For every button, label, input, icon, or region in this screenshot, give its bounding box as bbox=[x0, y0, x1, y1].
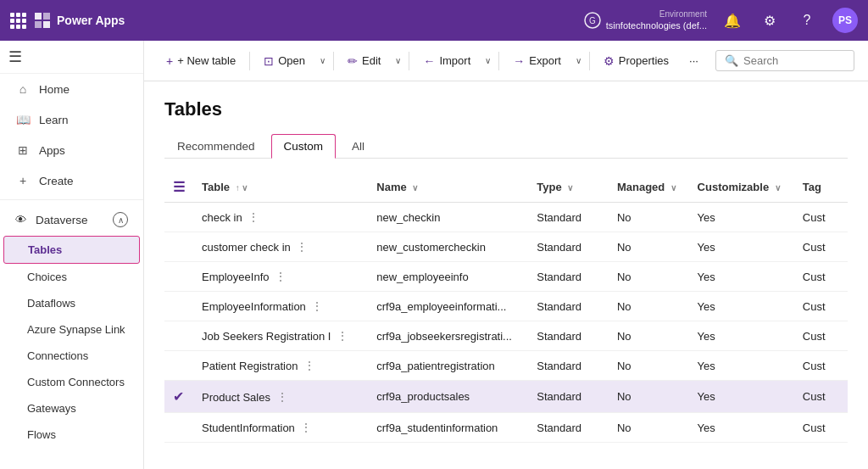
row-table-name[interactable]: Product Sales ⋮ bbox=[193, 381, 368, 413]
row-check-cell bbox=[164, 232, 193, 262]
edit-chevron-icon[interactable]: ∨ bbox=[392, 52, 403, 70]
col-header-tag[interactable]: Tag bbox=[794, 172, 848, 203]
row-customizable: Yes bbox=[689, 262, 794, 292]
row-table-name[interactable]: Job Seekers Registration I ⋮ bbox=[193, 321, 368, 351]
row-internal-name: new_employeeinfo bbox=[368, 262, 528, 292]
col-header-customizable[interactable]: Customizable ∨ bbox=[689, 172, 794, 203]
sidebar-item-tables[interactable]: Tables bbox=[3, 236, 140, 264]
table-row[interactable]: StudentInformation ⋮ crf9a_studentinform… bbox=[164, 413, 848, 443]
table-row[interactable]: Patient Registration ⋮ crf9a_patientregi… bbox=[164, 351, 848, 381]
customizable-sort-icon: ∨ bbox=[775, 183, 781, 193]
edit-icon: ✏ bbox=[348, 54, 358, 68]
sidebar-item-dataflows[interactable]: Dataflows bbox=[3, 290, 140, 316]
col-header-table[interactable]: Table ↑ ∨ bbox=[193, 172, 368, 203]
import-chevron-icon[interactable]: ∨ bbox=[482, 52, 493, 70]
row-menu-icon[interactable]: ⋮ bbox=[274, 390, 291, 404]
open-button[interactable]: ⊡ Open bbox=[255, 50, 314, 72]
row-table-name[interactable]: StudentInformation ⋮ bbox=[193, 413, 368, 443]
row-tag: Cust bbox=[794, 262, 848, 292]
sidebar-item-learn[interactable]: 📖 Learn bbox=[3, 105, 140, 134]
sidebar-item-apps[interactable]: ⊞ Apps bbox=[3, 136, 140, 165]
row-internal-name: new_checkin bbox=[368, 203, 528, 232]
row-type: Standard bbox=[528, 262, 609, 292]
row-table-name[interactable]: customer check in ⋮ bbox=[193, 232, 368, 262]
row-tag: Cust bbox=[794, 292, 848, 321]
table-select-icon[interactable]: ☰ bbox=[173, 180, 185, 194]
svg-rect-0 bbox=[35, 13, 42, 20]
sidebar-item-custom-connectors[interactable]: Custom Connectors bbox=[3, 369, 140, 395]
row-check-cell bbox=[164, 292, 193, 321]
user-avatar[interactable]: PS bbox=[832, 8, 858, 33]
edit-button[interactable]: ✏ Edit bbox=[339, 50, 389, 72]
sidebar-divider bbox=[0, 199, 143, 200]
sidebar-item-dataverse[interactable]: 👁 Dataverse ∧ bbox=[3, 204, 140, 235]
table-row[interactable]: EmployeeInformation ⋮ crf9a_employeeinfo… bbox=[164, 292, 848, 321]
sidebar-item-azure-synapse[interactable]: Azure Synapse Link bbox=[3, 316, 140, 343]
settings-icon[interactable]: ⚙ bbox=[758, 8, 782, 32]
row-table-name[interactable]: EmployeeInfo ⋮ bbox=[193, 262, 368, 292]
row-type: Standard bbox=[528, 351, 609, 381]
sidebar-item-choices[interactable]: Choices bbox=[3, 264, 140, 290]
page-title: Tables bbox=[164, 98, 848, 120]
tab-custom[interactable]: Custom bbox=[271, 134, 337, 159]
row-table-name[interactable]: EmployeeInformation ⋮ bbox=[193, 292, 368, 321]
search-box[interactable]: 🔍 bbox=[715, 50, 854, 71]
export-chevron-icon[interactable]: ∨ bbox=[573, 52, 584, 70]
row-managed: No bbox=[609, 203, 689, 232]
row-menu-icon[interactable]: ⋮ bbox=[298, 421, 314, 434]
row-menu-icon[interactable]: ⋮ bbox=[309, 299, 326, 313]
sidebar-item-gateways[interactable]: Gateways bbox=[3, 395, 140, 422]
row-tag: Cust bbox=[794, 321, 848, 351]
table-row[interactable]: Job Seekers Registration I ⋮ crf9a_jobse… bbox=[164, 321, 848, 351]
table-row[interactable]: EmployeeInfo ⋮ new_employeeinfo Standard… bbox=[164, 262, 848, 292]
search-icon: 🔍 bbox=[725, 54, 738, 67]
row-menu-icon[interactable]: ⋮ bbox=[272, 270, 289, 283]
help-icon[interactable]: ? bbox=[795, 8, 819, 32]
row-customizable: Yes bbox=[689, 413, 794, 443]
export-button[interactable]: → Export bbox=[504, 50, 570, 72]
toolbar-separator-4 bbox=[498, 52, 499, 70]
row-internal-name: new_customercheckin bbox=[368, 232, 528, 262]
col-header-check: ☰ bbox=[164, 172, 193, 203]
table-row[interactable]: ✔ Product Sales ⋮ crf9a_productsales Sta… bbox=[164, 381, 848, 413]
row-managed: No bbox=[609, 413, 689, 443]
search-input[interactable] bbox=[743, 54, 845, 67]
row-table-name[interactable]: check in ⋮ bbox=[193, 203, 368, 232]
sidebar-item-home[interactable]: ⌂ Home bbox=[3, 75, 140, 103]
col-header-type[interactable]: Type ∨ bbox=[528, 172, 609, 203]
apps-icon: ⊞ bbox=[15, 143, 31, 157]
tab-recommended[interactable]: Recommended bbox=[164, 134, 268, 159]
svg-rect-1 bbox=[43, 13, 50, 20]
app-logo: Power Apps bbox=[35, 13, 125, 28]
row-menu-icon[interactable]: ⋮ bbox=[334, 329, 351, 343]
sidebar-item-connections[interactable]: Connections bbox=[3, 343, 140, 369]
open-icon: ⊡ bbox=[264, 54, 274, 68]
import-button[interactable]: ← Import bbox=[415, 50, 479, 72]
dataverse-icon: 👁 bbox=[15, 214, 27, 226]
col-header-name[interactable]: Name ∨ bbox=[368, 172, 528, 203]
row-internal-name: crf9a_patientregistration bbox=[368, 351, 528, 381]
new-table-button[interactable]: + + New table bbox=[158, 50, 244, 72]
row-check-cell bbox=[164, 203, 193, 232]
tab-all[interactable]: All bbox=[339, 134, 377, 159]
properties-button[interactable]: ⚙ Properties bbox=[595, 50, 677, 72]
waffle-menu[interactable] bbox=[10, 13, 26, 29]
sidebar-item-create[interactable]: + Create bbox=[3, 166, 140, 195]
content-area: + + New table ⊡ Open ∨ ✏ Edit ∨ ← Import… bbox=[144, 41, 868, 469]
row-managed: No bbox=[609, 262, 689, 292]
row-customizable: Yes bbox=[689, 232, 794, 262]
sidebar-item-flows[interactable]: Flows bbox=[3, 422, 140, 448]
table-row[interactable]: customer check in ⋮ new_customercheckin … bbox=[164, 232, 848, 262]
row-menu-icon[interactable]: ⋮ bbox=[293, 240, 310, 254]
row-table-name[interactable]: Patient Registration ⋮ bbox=[193, 351, 368, 381]
row-menu-icon[interactable]: ⋮ bbox=[245, 210, 262, 224]
row-tag: Cust bbox=[794, 381, 848, 413]
row-menu-icon[interactable]: ⋮ bbox=[301, 359, 318, 372]
table-row[interactable]: check in ⋮ new_checkin Standard No Yes C… bbox=[164, 203, 848, 232]
row-customizable: Yes bbox=[689, 381, 794, 413]
col-header-managed[interactable]: Managed ∨ bbox=[609, 172, 689, 203]
sidebar-collapse-button[interactable]: ☰ bbox=[0, 41, 143, 74]
open-chevron-icon[interactable]: ∨ bbox=[317, 52, 328, 70]
notifications-icon[interactable]: 🔔 bbox=[721, 8, 744, 32]
more-options-button[interactable]: ··· bbox=[681, 50, 707, 71]
